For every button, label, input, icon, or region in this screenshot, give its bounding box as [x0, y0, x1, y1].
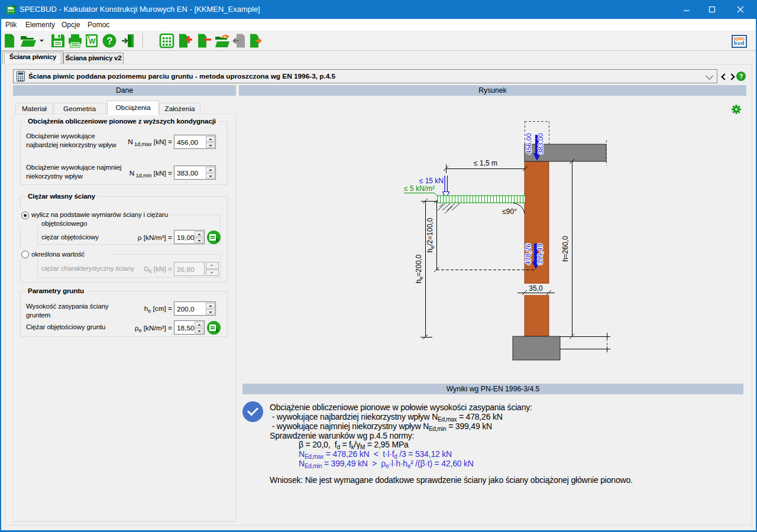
result-line: Sprawdzenie warunków wg p.4.5 normy:	[270, 431, 414, 440]
radio-calc-label: wylicz na podstawie wymiarów ściany i ci…	[41, 210, 180, 228]
specbud-logo: specbud	[732, 35, 747, 48]
spin-up[interactable]	[195, 231, 203, 237]
footing	[513, 336, 560, 360]
menu-elementy[interactable]: Elementy	[25, 21, 55, 29]
dist-load-leader	[404, 193, 438, 196]
symbol-ro: ρ [kN/m³] =	[138, 233, 172, 242]
help-icon[interactable]: ?	[102, 33, 117, 48]
group-self-weight-title: Ciężar własny ściany	[25, 192, 98, 200]
gear-icon[interactable]	[732, 105, 741, 114]
title-bar: EN SPECBUD - Kalkulator Konstrukcji Muro…	[0, 0, 757, 19]
point-load-arrow	[443, 176, 449, 199]
n-top-max-label: 456,00	[525, 133, 533, 155]
maximize-button[interactable]	[699, 0, 725, 19]
material-table-icon[interactable]	[207, 231, 221, 244]
result-conclusion: Wniosek: Nie jest wymagane dodatkowe spr…	[270, 475, 633, 485]
menu-opcje[interactable]: Opcje	[62, 21, 80, 29]
label-he: Wysokość zasypania ściany gruntem	[26, 302, 112, 320]
spin-up[interactable]	[206, 136, 215, 142]
menu-pomoc[interactable]: Pomoc	[88, 21, 109, 29]
spin-up[interactable]	[195, 322, 203, 327]
spin-down[interactable]	[195, 328, 203, 334]
open-file-icon[interactable]	[20, 33, 44, 48]
export-word-icon[interactable]: W	[84, 33, 99, 48]
symbol-n1dmax: N 1d,max [kN] =	[128, 138, 172, 147]
n-mid-min-label: 399,49	[536, 244, 544, 265]
minimize-button[interactable]	[674, 0, 700, 19]
app-icon: EN	[6, 4, 17, 15]
doc-tab-sciana-piwnicy-v2[interactable]: Ściana piwnicy v2	[63, 53, 124, 64]
input-ro[interactable]: 19,00	[174, 230, 205, 244]
label-ro: ciężar objętościowy	[41, 233, 99, 242]
svg-text:?: ?	[107, 36, 113, 46]
input-n1dmax[interactable]: 456,00	[174, 135, 216, 149]
dim-he-half-label: he​/2=100,0	[426, 218, 435, 252]
results-header: Wyniki wg PN-EN 1996-3/4.5	[242, 384, 743, 394]
window-border-left	[0, 19, 1, 532]
combobox-value: Ściana piwnic poddana poziomemu parciu g…	[28, 72, 335, 80]
panel-header-dane: Dane	[13, 85, 236, 96]
radio-fixed-value[interactable]	[21, 251, 29, 258]
panel-header-rysunek: Rysunek	[239, 85, 746, 96]
export-element-icon[interactable]	[248, 33, 264, 48]
close-button[interactable]	[727, 0, 753, 19]
dist-load-label: ≤ 5 kN/m²	[404, 184, 435, 193]
result-line: Obciążenie obliczeniowe pionowe w połowi…	[270, 403, 532, 412]
menu-bar	[0, 19, 757, 31]
tab-obciazenia[interactable]: Obciążenia	[107, 100, 159, 115]
exit-icon[interactable]	[121, 33, 136, 48]
dim-he-label: he​=200,0	[415, 254, 424, 283]
n-mid-max-label: 478,26	[524, 244, 532, 265]
radio-calc-from-dims[interactable]	[21, 212, 29, 219]
soil-table-icon[interactable]	[207, 321, 221, 335]
prev-element-button[interactable]	[719, 72, 727, 80]
toolbar-separator	[143, 33, 144, 48]
window-title: SPECBUD - Kalkulator Konstrukcji Murowyc…	[20, 5, 260, 14]
menu-plik[interactable]: Plik	[5, 21, 17, 29]
dist-load-strip	[438, 196, 525, 203]
spin-down[interactable]	[206, 142, 215, 148]
context-help-icon[interactable]: ?	[736, 72, 746, 81]
remove-element-icon[interactable]	[196, 33, 212, 48]
spin-down[interactable]	[206, 309, 215, 315]
input-n1dmin[interactable]: 383,00	[174, 166, 216, 180]
wall-drawing: h=260,0 he​=200,0 he​/2=100,0 ≤ 1,5 m ≤ …	[239, 98, 746, 382]
new-file-icon[interactable]	[2, 33, 17, 48]
symbol-he: he [cm] =	[144, 304, 172, 314]
spin-down[interactable]	[195, 238, 203, 244]
dim-h	[570, 159, 574, 339]
spin-up[interactable]	[206, 303, 215, 309]
group-loads-title: Obciążenia obliczeniowe pionowe z wyższy…	[25, 117, 218, 125]
label-n1dmin: Obciążenie wywołujące najmniej niekorzys…	[26, 163, 132, 181]
n-top-min-label: 383,00	[536, 133, 545, 155]
radio-fixed-label: określona wartość	[31, 250, 85, 259]
print-icon[interactable]	[67, 33, 83, 48]
spin-down[interactable]	[206, 173, 215, 179]
label-n1dmax: Obciążenie wywołujące najbardziej niekor…	[26, 132, 124, 150]
input-he[interactable]: 200,0	[174, 301, 216, 316]
tab-material[interactable]: Materiał	[15, 103, 53, 115]
tab-geometria[interactable]: Geometria	[53, 103, 106, 115]
import-element-icon[interactable]	[231, 33, 246, 48]
tab-zalozenia[interactable]: Założenia	[159, 103, 200, 115]
symbol-roe: ρe [kN/m³] =	[135, 324, 172, 333]
copy-element-icon[interactable]	[214, 33, 229, 48]
input-gk-spinner	[206, 262, 219, 276]
angle-label: ≤90°	[502, 207, 517, 216]
check-icon	[242, 401, 263, 422]
footing-extension-lines	[560, 336, 610, 349]
label-gk: ciężar charakterystyczny ściany	[41, 264, 134, 273]
save-file-icon[interactable]	[50, 33, 66, 48]
group-soil-title: Parametry gruntu	[25, 287, 86, 294]
dim-span-label: ≤ 1,5 m	[474, 159, 497, 167]
element-list-icon[interactable]	[159, 33, 174, 48]
input-gk: 26,80	[174, 262, 205, 276]
add-element-icon[interactable]	[177, 33, 193, 48]
doc-tab-sciana-piwnicy[interactable]: Ściana piwnicy	[2, 51, 63, 64]
result-line: NEd,min = 399,49 kN > ρe·l·h·he² /(β·t) …	[299, 459, 474, 469]
spin-up[interactable]	[206, 167, 215, 173]
symbol-gk: Gk [kN] =	[144, 265, 172, 274]
next-element-button[interactable]	[728, 72, 736, 80]
input-roe[interactable]: 18,50	[174, 320, 205, 335]
dim-h-label: h=260,0	[561, 236, 570, 262]
